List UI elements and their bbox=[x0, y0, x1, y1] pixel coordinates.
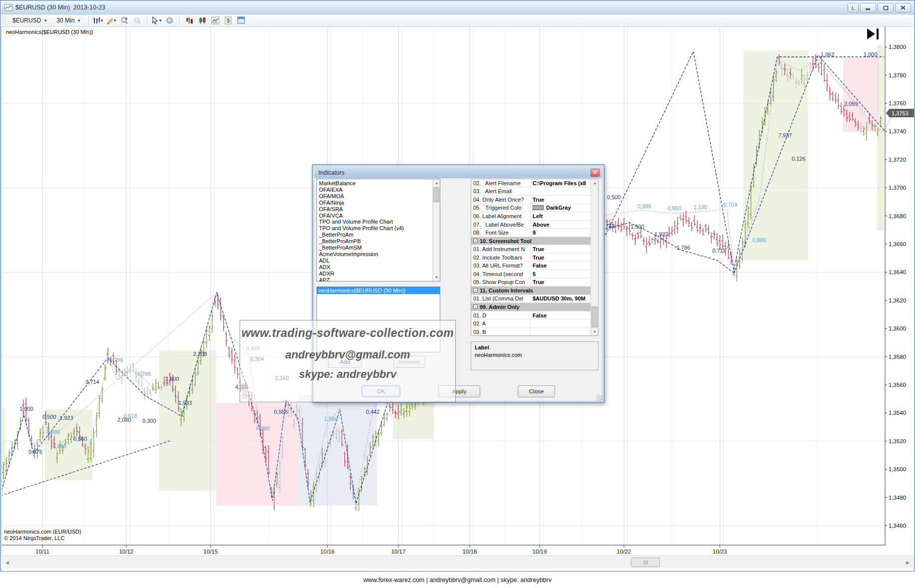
cursor-tool-button[interactable]: ▼ bbox=[151, 15, 162, 25]
property-row[interactable]: 07. Label Above/BeAbove bbox=[471, 221, 591, 229]
price-axis-label: 1,3580 bbox=[889, 354, 906, 360]
draw-pencil-button[interactable]: ▼ bbox=[106, 15, 117, 25]
collapse-icon[interactable]: – bbox=[473, 304, 478, 309]
property-value[interactable]: True bbox=[530, 254, 591, 262]
swing-label: 1,786 bbox=[676, 245, 690, 251]
swing-label: 733 bbox=[606, 223, 614, 229]
swing-label: 0,786 bbox=[137, 371, 151, 377]
swing-label: 1,500 bbox=[324, 416, 338, 422]
harmonic-zone bbox=[298, 395, 377, 506]
swing-label: 0,442 bbox=[366, 409, 380, 415]
panel-button[interactable] bbox=[236, 15, 247, 25]
property-value[interactable] bbox=[530, 319, 591, 327]
property-value[interactable] bbox=[530, 328, 591, 335]
property-row[interactable]: 01. Add Instrument NTrue bbox=[471, 245, 591, 254]
property-grid[interactable]: 02. Alert FilenameC:\Program Files (x803… bbox=[471, 179, 599, 336]
property-label: 02. Include Toolbars bbox=[471, 255, 530, 261]
time-axis-label: 10/11 bbox=[35, 549, 49, 555]
horizontal-scrollbar[interactable]: ◀ ▶ bbox=[1, 556, 914, 569]
property-label: 03. B bbox=[471, 329, 530, 335]
zoom-out-button[interactable] bbox=[132, 15, 143, 25]
swing-label: 0,500 bbox=[42, 414, 56, 420]
color-swatch bbox=[533, 205, 544, 210]
zoom-in-button[interactable] bbox=[119, 15, 130, 25]
minimize-button[interactable] bbox=[860, 3, 876, 12]
scroll-right-icon[interactable]: ▶ bbox=[903, 558, 913, 567]
property-row[interactable]: 02. Include ToolbarsTrue bbox=[471, 254, 591, 262]
property-row[interactable]: 01. DFalse bbox=[471, 311, 591, 320]
watermark-line1: www.trading-software-collection.com bbox=[240, 326, 455, 340]
dialog-resize-grip[interactable] bbox=[597, 395, 603, 401]
link-button[interactable]: L bbox=[848, 3, 859, 12]
property-value[interactable]: Above bbox=[530, 221, 591, 229]
property-row[interactable]: 03. Alt URL Format?False bbox=[471, 262, 591, 270]
bar-style-button[interactable]: ▼ bbox=[93, 15, 104, 25]
property-value[interactable]: False bbox=[530, 262, 591, 270]
property-row[interactable]: 04. Only Alert Once?True bbox=[471, 196, 591, 204]
price-axis-label: 1,3620 bbox=[889, 297, 906, 303]
time-axis-label: 10/18 bbox=[463, 549, 477, 555]
property-value[interactable]: 5 bbox=[530, 270, 591, 278]
property-value[interactable] bbox=[530, 188, 591, 196]
list-scrollbar[interactable]: ▲ ▼ bbox=[432, 179, 440, 281]
market-analyzer-button[interactable] bbox=[184, 15, 195, 25]
time-axis-label: 10/17 bbox=[391, 549, 406, 555]
available-indicators-list[interactable]: MarketBalance OFA/EXA OFA/MOA OFA/Ninja … bbox=[316, 179, 440, 282]
title-bar[interactable]: $EURUSD (30 Min) 2013-10-23 L bbox=[1, 1, 914, 14]
property-row[interactable]: 03. Alert Email bbox=[471, 188, 591, 196]
label-box-value: neoHarmonics.com bbox=[475, 352, 595, 358]
property-row[interactable]: 03. B bbox=[471, 328, 591, 335]
property-value[interactable]: 9 bbox=[530, 229, 591, 237]
scrollbar-thumb[interactable] bbox=[433, 187, 439, 202]
price-axis-label: 1,3660 bbox=[889, 241, 906, 247]
property-value[interactable]: True bbox=[530, 245, 591, 253]
dialog-title-bar[interactable]: Indicators ✕ bbox=[314, 167, 602, 178]
property-value[interactable]: C:\Program Files (x8 bbox=[530, 179, 591, 187]
property-value[interactable]: Left bbox=[530, 212, 591, 220]
instrument-dropdown[interactable]: $EURUSD▼ bbox=[9, 15, 51, 25]
property-value[interactable]: $AUDUSD 30m, 90M bbox=[530, 295, 591, 303]
property-value[interactable]: DarkGray bbox=[530, 204, 591, 212]
property-label: 06. Label Alignment bbox=[471, 213, 530, 219]
property-row[interactable]: 05. Triggered ColoDarkGray bbox=[471, 204, 591, 213]
account-dollar-button[interactable]: $ bbox=[223, 15, 234, 25]
interval-dropdown[interactable]: 30 Min▼ bbox=[53, 15, 84, 25]
property-value[interactable]: True bbox=[530, 279, 591, 287]
property-row[interactable]: 05. Show Popup ConTrue bbox=[471, 279, 591, 287]
property-grid-scrollbar[interactable]: ▲ ▼ bbox=[591, 179, 598, 335]
go-to-last-bar-icon[interactable] bbox=[867, 28, 875, 39]
chevron-down-icon: ▼ bbox=[77, 18, 81, 23]
scroll-down-icon[interactable]: ▼ bbox=[433, 274, 440, 281]
selected-indicator-row[interactable]: neoHarmonics($EURUSD (30 Min)) bbox=[317, 287, 440, 294]
scrollbar-thumb[interactable] bbox=[592, 306, 598, 327]
line-chart-button[interactable] bbox=[210, 15, 221, 25]
property-value[interactable]: False bbox=[530, 311, 591, 319]
scrollbar-thumb[interactable] bbox=[631, 558, 660, 567]
property-row[interactable]: 06. Label AlignmentLeft bbox=[471, 212, 591, 221]
scroll-left-icon[interactable]: ◀ bbox=[2, 558, 12, 567]
scroll-down-icon[interactable]: ▼ bbox=[591, 328, 599, 335]
dialog-close-button[interactable]: ✕ bbox=[591, 169, 600, 177]
collapse-icon[interactable]: – bbox=[473, 288, 478, 293]
chevron-down-icon: ▼ bbox=[158, 18, 162, 23]
property-group-header[interactable]: –99. Admin Only bbox=[471, 303, 591, 311]
property-row[interactable]: 02. Alert FilenameC:\Program Files (x8 bbox=[471, 179, 591, 188]
scroll-up-icon[interactable]: ▲ bbox=[591, 179, 599, 187]
collapse-icon[interactable]: – bbox=[473, 239, 478, 243]
available-indicator-items[interactable]: MarketBalance OFA/EXA OFA/MOA OFA/Ninja … bbox=[317, 179, 432, 281]
scroll-up-icon[interactable]: ▲ bbox=[433, 179, 440, 187]
property-row[interactable]: 02. A bbox=[471, 319, 591, 328]
chart-candles-button[interactable] bbox=[197, 15, 208, 25]
close-button[interactable]: Close bbox=[518, 385, 555, 397]
property-group-header[interactable]: –10. Screenshot Tool bbox=[471, 237, 591, 246]
property-row[interactable]: 04. Timeout (second5 bbox=[471, 270, 591, 279]
restore-button[interactable] bbox=[878, 3, 894, 12]
go-to-last-bar-icon[interactable] bbox=[877, 28, 879, 39]
property-value[interactable]: True bbox=[530, 196, 591, 204]
data-box-button[interactable] bbox=[164, 15, 175, 25]
property-group-header[interactable]: –11. Custom Intervals bbox=[471, 287, 591, 295]
close-window-button[interactable] bbox=[895, 3, 911, 12]
toolbar-grip[interactable] bbox=[3, 16, 5, 24]
property-row[interactable]: 01. List (Comma Del$AUDUSD 30m, 90M bbox=[471, 295, 591, 303]
property-row[interactable]: 08. Font Size9 bbox=[471, 229, 591, 237]
